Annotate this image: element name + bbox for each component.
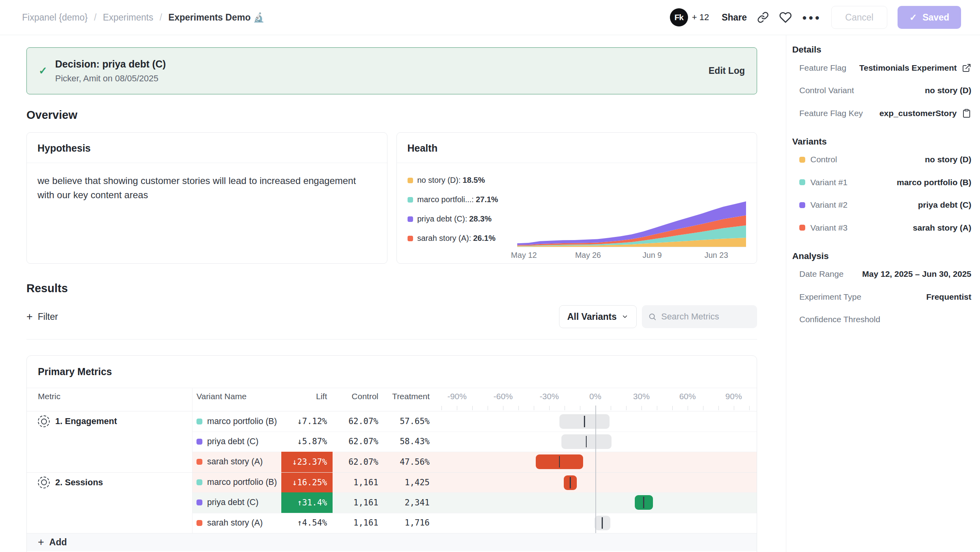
variant-name: marco portfolio (B) <box>207 477 277 487</box>
axis-minor-tick <box>657 406 657 410</box>
sidebar-row: Control Variantno story (D) <box>792 79 971 102</box>
share-button[interactable]: Share <box>722 12 747 23</box>
all-variants-dropdown[interactable]: All Variants <box>559 305 637 328</box>
sidebar-row-label: Date Range <box>799 269 843 279</box>
row-separator <box>192 513 757 513</box>
col-lift: Lift <box>281 392 333 401</box>
control-value-cell: 1,161 <box>331 513 378 533</box>
treatment-value-cell: 57.65% <box>382 411 430 432</box>
axis-minor-tick <box>457 406 457 410</box>
metric-row[interactable]: sarah story (A)↑4.54%1,1611,716 <box>27 513 757 533</box>
health-legend-item: marco portfoli...:27.1% <box>408 195 517 204</box>
metric-row[interactable]: sarah story (A)↓23.37%62.07%47.56% <box>27 452 757 472</box>
sidebar-row: Controlno story (D) <box>792 148 971 171</box>
lift-value-cell: ↑4.54% <box>281 513 333 533</box>
breadcrumb-project[interactable]: Fixpanel {demo} <box>22 12 88 23</box>
decision-check-icon: ✓ <box>39 65 47 77</box>
hypothesis-card: Hypothesis we believe that showing custo… <box>26 132 387 264</box>
edit-log-button[interactable]: Edit Log <box>709 66 745 76</box>
variant-color-dot <box>196 419 202 424</box>
sidebar-row: Variant #1marco portfolio (B) <box>792 171 971 194</box>
sidebar-row-value: marco portfolio (B) <box>897 178 971 187</box>
sidebar-row-label: Confidence Threshold <box>799 315 880 324</box>
legend-label: no story (D): <box>417 176 461 185</box>
primary-metrics-card: Primary Metrics Metric Variant Name Lift… <box>26 355 757 552</box>
metric-row[interactable]: priya debt (C)↓5.87%62.07%58.43% <box>27 432 757 452</box>
col-variant-name: Variant Name <box>196 392 247 401</box>
decision-banner: ✓ Decision: priya debt (C) Picker, Amit … <box>26 47 757 94</box>
decision-title: Decision: priya debt (C) <box>55 58 166 70</box>
breadcrumb-experiments[interactable]: Experiments <box>103 12 153 23</box>
sidebar-row-value[interactable]: exp_customerStory <box>879 109 957 118</box>
metric-row[interactable]: 2. Sessionsmarco portfolio (B)↓16.25%1,1… <box>27 472 757 493</box>
add-metric-button[interactable]: + Add <box>27 533 757 551</box>
axis-tick-label: 0% <box>589 392 601 401</box>
x-axis-tick-label: May 12 <box>511 251 537 260</box>
results-heading: Results <box>26 282 757 295</box>
treatment-value-cell: 47.56% <box>382 452 430 472</box>
variant-color-dot <box>196 499 202 505</box>
axis-tick-label: 90% <box>726 392 742 401</box>
metric-row[interactable]: priya debt (C)↑31.4%1,1612,341 <box>27 492 757 513</box>
control-value: 1,161 <box>353 498 378 507</box>
variant-cell: sarah story (A) <box>196 452 263 472</box>
control-value-cell: 62.07% <box>331 411 378 432</box>
lift-value-cell: ↓23.37% <box>281 452 333 472</box>
control-value: 1,161 <box>353 478 378 487</box>
clipboard-icon[interactable] <box>962 109 971 118</box>
lift-value: ↑4.54% <box>297 518 327 528</box>
metric-goal-icon <box>38 415 50 427</box>
legend-label: priya debt (C): <box>417 214 468 223</box>
metric-row[interactable]: 1. Engagementmarco portfolio (B)↓7.12%62… <box>27 411 757 432</box>
sidebar-row-value: no story (D) <box>925 86 971 95</box>
metric-goal-icon <box>38 477 50 488</box>
avatar[interactable]: Fk <box>670 8 688 26</box>
topbar: Fixpanel {demo} / Experiments / Experime… <box>0 0 980 35</box>
sidebar-row-label: Control <box>799 155 837 164</box>
axis-tick-label: 60% <box>679 392 696 401</box>
lift-value: ↓23.37% <box>292 457 327 467</box>
favorite-heart-icon[interactable] <box>779 11 792 24</box>
add-filter-button[interactable]: + Filter <box>26 312 58 322</box>
plus-icon: + <box>38 537 44 548</box>
axis-minor-tick <box>611 406 611 410</box>
lift-value-cell: ↓7.12% <box>281 411 333 432</box>
variant-color-swatch-icon <box>799 225 805 231</box>
saved-button[interactable]: ✓ Saved <box>898 6 961 29</box>
x-axis-tick-label: Jun 9 <box>643 251 662 260</box>
row-separator <box>192 432 757 432</box>
breadcrumb-separator: / <box>159 12 162 23</box>
variant-name: marco portfolio (B) <box>207 417 277 426</box>
sidebar-row-value: sarah story (A) <box>913 223 971 233</box>
decision-subtitle: Picker, Amit on 08/05/2025 <box>55 73 166 84</box>
legend-swatch-icon <box>408 216 413 222</box>
copy-link-icon[interactable] <box>757 11 769 23</box>
health-legend-item: sarah story (A):26.1% <box>408 234 517 243</box>
search-metrics-box[interactable] <box>642 305 757 328</box>
variant-cell: priya debt (C) <box>196 492 258 513</box>
variant-cell: priya debt (C) <box>196 432 258 452</box>
search-metrics-input[interactable] <box>661 312 751 322</box>
row-highlight <box>192 492 757 513</box>
external-link-icon[interactable] <box>962 63 971 73</box>
collaborators-count[interactable]: + 12 <box>692 12 709 23</box>
col-control: Control <box>331 392 378 401</box>
sidebar-row-label: Variant #1 <box>799 178 847 187</box>
health-chart: May 12May 26Jun 9Jun 23 <box>517 173 746 262</box>
axis-minor-tick <box>641 406 642 410</box>
row-separator <box>192 492 757 493</box>
details-section-title: Details <box>792 45 971 55</box>
treatment-value: 1,425 <box>405 478 430 487</box>
sidebar-row-value[interactable]: Testimonials Experiment <box>859 63 957 73</box>
sidebar-row-label: Experiment Type <box>799 292 861 302</box>
more-menu-icon[interactable]: ●●● <box>802 13 821 22</box>
analysis-section-title: Analysis <box>792 251 971 261</box>
health-legend-item: priya debt (C):28.3% <box>408 214 517 223</box>
hypothesis-text: we believe that showing customer stories… <box>27 163 382 213</box>
variant-name: sarah story (A) <box>207 518 263 528</box>
lift-point-marker <box>559 456 560 468</box>
cancel-button[interactable]: Cancel <box>831 6 887 29</box>
row-separator <box>192 452 757 452</box>
lift-axis-labels: -90%-60%-30%0%30%60%90% <box>434 388 757 405</box>
sidebar-row-label: Control Variant <box>799 86 854 95</box>
